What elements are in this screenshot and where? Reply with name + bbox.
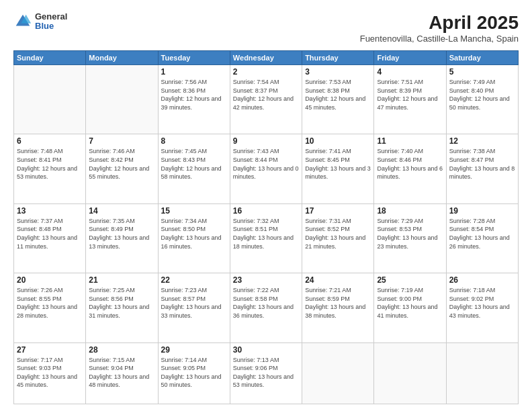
table-row [446, 342, 518, 404]
day-info: Sunrise: 7:14 AMSunset: 9:05 PMDaylight:… [161, 356, 227, 390]
day-info: Sunrise: 7:37 AMSunset: 8:48 PMDaylight:… [17, 217, 83, 250]
table-row: 3Sunrise: 7:53 AMSunset: 8:38 PMDaylight… [302, 65, 374, 134]
calendar-title: April 2025 [360, 12, 519, 34]
day-number: 14 [89, 206, 154, 216]
day-info: Sunrise: 7:26 AMSunset: 8:55 PMDaylight:… [17, 286, 83, 320]
page: General Blue April 2025 Fuentenovilla, C… [0, 0, 532, 411]
day-number: 1 [161, 67, 227, 77]
day-info: Sunrise: 7:38 AMSunset: 8:47 PMDaylight:… [449, 147, 515, 181]
table-row: 10Sunrise: 7:41 AMSunset: 8:45 PMDayligh… [302, 134, 374, 203]
day-number: 13 [17, 206, 83, 216]
table-row: 19Sunrise: 7:28 AMSunset: 8:54 PMDayligh… [446, 203, 518, 273]
day-info: Sunrise: 7:22 AMSunset: 8:58 PMDaylight:… [233, 286, 299, 320]
day-info: Sunrise: 7:43 AMSunset: 8:44 PMDaylight:… [233, 147, 299, 181]
table-row: 24Sunrise: 7:21 AMSunset: 8:59 PMDayligh… [302, 273, 374, 342]
day-number: 12 [449, 136, 515, 146]
day-info: Sunrise: 7:54 AMSunset: 8:37 PMDaylight:… [233, 78, 299, 111]
logo-icon [13, 12, 32, 31]
day-number: 5 [449, 67, 515, 77]
day-info: Sunrise: 7:28 AMSunset: 8:54 PMDaylight:… [449, 217, 515, 250]
table-row: 20Sunrise: 7:26 AMSunset: 8:55 PMDayligh… [14, 273, 86, 342]
table-row: 12Sunrise: 7:38 AMSunset: 8:47 PMDayligh… [446, 134, 518, 203]
day-number: 27 [17, 345, 83, 355]
day-info: Sunrise: 7:29 AMSunset: 8:53 PMDaylight:… [377, 217, 443, 250]
day-info: Sunrise: 7:19 AMSunset: 9:00 PMDaylight:… [377, 286, 443, 320]
table-row: 8Sunrise: 7:45 AMSunset: 8:43 PMDaylight… [158, 134, 230, 203]
table-row: 1Sunrise: 7:56 AMSunset: 8:36 PMDaylight… [158, 65, 230, 134]
table-row [374, 342, 446, 404]
table-row: 16Sunrise: 7:32 AMSunset: 8:51 PMDayligh… [230, 203, 302, 273]
logo: General Blue [13, 12, 67, 32]
day-number: 9 [233, 136, 299, 146]
table-row [14, 65, 86, 134]
table-row [302, 342, 374, 404]
table-row: 15Sunrise: 7:34 AMSunset: 8:50 PMDayligh… [158, 203, 230, 273]
col-friday: Friday [374, 51, 446, 65]
day-info: Sunrise: 7:53 AMSunset: 8:38 PMDaylight:… [305, 78, 371, 111]
col-thursday: Thursday [302, 51, 374, 65]
day-number: 26 [449, 275, 515, 285]
day-number: 16 [233, 206, 299, 216]
table-row: 18Sunrise: 7:29 AMSunset: 8:53 PMDayligh… [374, 203, 446, 273]
day-number: 30 [233, 345, 299, 355]
title-block: April 2025 Fuentenovilla, Castille-La Ma… [360, 12, 519, 44]
day-info: Sunrise: 7:40 AMSunset: 8:46 PMDaylight:… [377, 147, 443, 181]
day-number: 3 [305, 67, 371, 77]
day-number: 28 [89, 345, 154, 355]
table-row: 25Sunrise: 7:19 AMSunset: 9:00 PMDayligh… [374, 273, 446, 342]
day-number: 24 [305, 275, 371, 285]
day-number: 29 [161, 345, 227, 355]
day-number: 25 [377, 275, 443, 285]
table-row: 27Sunrise: 7:17 AMSunset: 9:03 PMDayligh… [14, 342, 86, 404]
day-info: Sunrise: 7:51 AMSunset: 8:39 PMDaylight:… [377, 78, 443, 111]
day-number: 2 [233, 67, 299, 77]
calendar-table: Sunday Monday Tuesday Wednesday Thursday… [13, 50, 519, 404]
logo-line1: General [35, 12, 67, 21]
day-number: 18 [377, 206, 443, 216]
table-row: 26Sunrise: 7:18 AMSunset: 9:02 PMDayligh… [446, 273, 518, 342]
day-info: Sunrise: 7:46 AMSunset: 8:42 PMDaylight:… [89, 147, 154, 181]
day-number: 15 [161, 206, 227, 216]
col-tuesday: Tuesday [158, 51, 230, 65]
table-row: 13Sunrise: 7:37 AMSunset: 8:48 PMDayligh… [14, 203, 86, 273]
day-info: Sunrise: 7:13 AMSunset: 9:06 PMDaylight:… [233, 356, 299, 390]
table-row: 28Sunrise: 7:15 AMSunset: 9:04 PMDayligh… [86, 342, 158, 404]
day-number: 8 [161, 136, 227, 146]
table-row: 30Sunrise: 7:13 AMSunset: 9:06 PMDayligh… [230, 342, 302, 404]
day-info: Sunrise: 7:31 AMSunset: 8:52 PMDaylight:… [305, 217, 371, 250]
table-row: 4Sunrise: 7:51 AMSunset: 8:39 PMDaylight… [374, 65, 446, 134]
table-row: 14Sunrise: 7:35 AMSunset: 8:49 PMDayligh… [86, 203, 158, 273]
day-info: Sunrise: 7:32 AMSunset: 8:51 PMDaylight:… [233, 217, 299, 250]
day-number: 23 [233, 275, 299, 285]
day-info: Sunrise: 7:23 AMSunset: 8:57 PMDaylight:… [161, 286, 227, 320]
col-wednesday: Wednesday [230, 51, 302, 65]
table-row: 22Sunrise: 7:23 AMSunset: 8:57 PMDayligh… [158, 273, 230, 342]
day-number: 19 [449, 206, 515, 216]
day-info: Sunrise: 7:48 AMSunset: 8:41 PMDaylight:… [17, 147, 83, 181]
col-monday: Monday [86, 51, 158, 65]
table-row: 2Sunrise: 7:54 AMSunset: 8:37 PMDaylight… [230, 65, 302, 134]
table-row [86, 65, 158, 134]
logo-text: General Blue [35, 12, 67, 32]
calendar-subtitle: Fuentenovilla, Castille-La Mancha, Spain [360, 34, 519, 44]
table-row: 7Sunrise: 7:46 AMSunset: 8:42 PMDaylight… [86, 134, 158, 203]
day-info: Sunrise: 7:56 AMSunset: 8:36 PMDaylight:… [161, 78, 227, 111]
day-number: 22 [161, 275, 227, 285]
day-info: Sunrise: 7:34 AMSunset: 8:50 PMDaylight:… [161, 217, 227, 250]
day-info: Sunrise: 7:35 AMSunset: 8:49 PMDaylight:… [89, 217, 154, 250]
day-info: Sunrise: 7:17 AMSunset: 9:03 PMDaylight:… [17, 356, 83, 390]
day-number: 7 [89, 136, 154, 146]
day-number: 11 [377, 136, 443, 146]
col-saturday: Saturday [446, 51, 518, 65]
day-number: 4 [377, 67, 443, 77]
day-info: Sunrise: 7:45 AMSunset: 8:43 PMDaylight:… [161, 147, 227, 181]
table-row: 21Sunrise: 7:25 AMSunset: 8:56 PMDayligh… [86, 273, 158, 342]
table-row: 29Sunrise: 7:14 AMSunset: 9:05 PMDayligh… [158, 342, 230, 404]
day-info: Sunrise: 7:18 AMSunset: 9:02 PMDaylight:… [449, 286, 515, 320]
table-row: 17Sunrise: 7:31 AMSunset: 8:52 PMDayligh… [302, 203, 374, 273]
day-info: Sunrise: 7:21 AMSunset: 8:59 PMDaylight:… [305, 286, 371, 320]
day-info: Sunrise: 7:41 AMSunset: 8:45 PMDaylight:… [305, 147, 371, 181]
day-number: 10 [305, 136, 371, 146]
table-row: 23Sunrise: 7:22 AMSunset: 8:58 PMDayligh… [230, 273, 302, 342]
logo-line2: Blue [35, 21, 67, 31]
